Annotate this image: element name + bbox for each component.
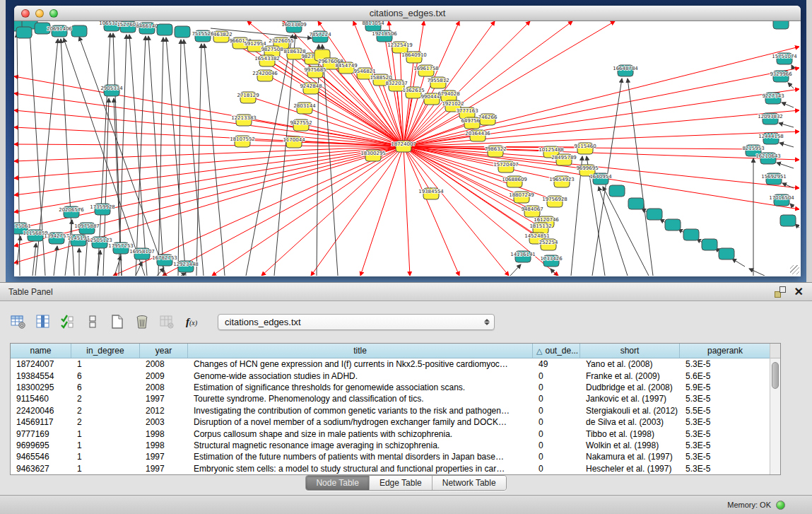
table-cell[interactable]: 0 <box>533 382 580 393</box>
close-window-icon[interactable] <box>21 9 30 18</box>
table-cell[interactable]: Hescheler et al. (1997) <box>580 463 680 474</box>
table-cell[interactable]: 2012 <box>140 405 188 416</box>
graph-node[interactable]: 7515526 <box>192 30 214 42</box>
graph-node[interactable]: 19218506 <box>372 30 397 42</box>
table-cell[interactable]: 2008 <box>140 358 188 370</box>
minimize-window-icon[interactable] <box>35 9 44 18</box>
table-cell[interactable]: 0 <box>533 370 580 381</box>
table-cell[interactable]: Franke et al. (2009) <box>580 370 680 381</box>
table-cell[interactable]: 1 <box>71 358 140 370</box>
graph-node[interactable]: 15692951 <box>761 173 787 185</box>
column-header-short[interactable]: short <box>580 344 680 358</box>
graph-node[interactable] <box>719 248 734 259</box>
table-cell[interactable]: Estimation of significance thresholds fo… <box>188 382 533 393</box>
table-cell[interactable]: 2 <box>71 393 140 404</box>
graph-node[interactable]: 9975685 <box>304 66 326 78</box>
graph-node[interactable]: 18807249 <box>509 192 534 203</box>
table-row[interactable]: 946554611997Estimation of the future num… <box>11 451 771 462</box>
table-cell[interactable]: 5.3E-5 <box>680 463 771 474</box>
table-cell[interactable]: 1 <box>71 428 140 439</box>
table-cell[interactable]: Tourette syndrome. Phenomenology and cla… <box>188 393 533 404</box>
function-builder-button[interactable]: f(x) <box>183 313 200 330</box>
graph-node[interactable] <box>773 21 789 29</box>
graph-node[interactable] <box>609 185 625 197</box>
graph-node[interactable]: 7986322 <box>484 146 506 157</box>
graph-node[interactable]: 28495789 <box>551 154 577 165</box>
table-cell[interactable]: Genome-wide association studies in ADHD. <box>188 370 533 381</box>
graph-node[interactable]: 7857224 <box>309 31 331 42</box>
table-cell[interactable]: Nakamura et al. (1997) <box>580 451 680 462</box>
graph-node[interactable]: 9484067 <box>521 206 543 217</box>
table-row[interactable]: 1456911722003Disruption of a novel membe… <box>11 416 771 428</box>
graph-node[interactable]: 10688609 <box>502 176 527 187</box>
table-cell[interactable]: 1997 <box>140 451 188 462</box>
graph-node[interactable]: 20691406 <box>47 25 72 37</box>
table-cell[interactable]: 5.3E-5 <box>680 393 771 404</box>
table-cell[interactable]: 9463627 <box>11 463 71 474</box>
table-cell[interactable]: Stergiakouli et al. (2012) <box>580 405 680 416</box>
graph-node[interactable]: 252254 <box>539 239 558 250</box>
table-cell[interactable]: 18300295 <box>11 382 71 393</box>
graph-node[interactable]: 19756928 <box>542 196 567 207</box>
delete-column-button[interactable] <box>134 313 151 330</box>
table-cell[interactable]: 5.9E-5 <box>680 382 771 393</box>
table-cell[interactable]: 5.5E-5 <box>680 405 771 416</box>
show-column-button[interactable] <box>35 313 52 330</box>
table-cell[interactable]: Structural magnetic resonance image aver… <box>188 440 533 451</box>
table-cell[interactable]: 1998 <box>140 428 188 439</box>
graph-node[interactable]: 13942757 <box>44 233 69 244</box>
graph-node[interactable]: 9427552 <box>290 119 312 131</box>
table-cell[interactable]: 2009 <box>140 370 188 381</box>
graph-node[interactable]: 18300295 <box>360 150 386 161</box>
graph-node[interactable]: 16210643 <box>755 153 781 164</box>
graph-node[interactable]: 9242848 <box>300 83 322 94</box>
table-cell[interactable]: 2008 <box>140 382 188 393</box>
graph-node[interactable]: 22420046 <box>252 70 278 81</box>
graph-node[interactable]: 9227343 <box>762 93 784 104</box>
table-cell[interactable]: Jankovic et al. (1997) <box>580 393 680 404</box>
graph-node[interactable]: 20364436 <box>465 130 490 141</box>
graph-node[interactable]: 2803144 <box>293 103 316 114</box>
graph-node[interactable] <box>702 239 717 250</box>
column-header-outde[interactable]: △out_de... <box>533 344 580 358</box>
citation-network-graph[interactable]: 7463822966012859129542322605598275088186… <box>14 21 799 276</box>
table-cell[interactable]: 0 <box>533 428 580 439</box>
table-cell[interactable]: Investigating the contribution of common… <box>188 405 533 416</box>
table-cell[interactable]: 49 <box>533 358 580 370</box>
table-cell[interactable]: 22420046 <box>11 405 71 416</box>
graph-node[interactable]: 1733426 <box>540 255 563 267</box>
column-header-year[interactable]: year <box>140 344 188 358</box>
network-canvas[interactable]: 7463822966012859129542322605598275088186… <box>14 21 801 276</box>
table-cell[interactable]: 0 <box>533 440 580 451</box>
table-cell[interactable]: 1 <box>71 463 140 474</box>
graph-node[interactable]: 2718129 <box>237 92 259 103</box>
table-cell[interactable]: Wolkin et al. (1998) <box>580 440 680 451</box>
table-row[interactable]: 1938455462009Genome-wide association stu… <box>11 370 771 381</box>
column-header-title[interactable]: title <box>188 344 533 358</box>
table-row[interactable]: 977716911998Corpus callosum shape and si… <box>11 428 771 439</box>
graph-node[interactable]: 16033809 <box>281 21 307 33</box>
close-panel-button[interactable]: ✕ <box>794 286 804 298</box>
graph-node[interactable]: 16648784 <box>613 65 638 76</box>
table-cell[interactable]: Embryonic stem cells: a model to study s… <box>188 463 533 474</box>
graph-node[interactable]: 1640954 <box>589 173 612 185</box>
graph-node[interactable]: 12444158 <box>758 133 784 144</box>
column-header-pagerank[interactable]: pagerank <box>680 344 771 358</box>
table-cell[interactable]: 6 <box>71 382 140 393</box>
graph-node[interactable] <box>628 198 644 209</box>
table-cell[interactable]: 1998 <box>140 440 188 451</box>
table-row[interactable]: 969969511998Structural magnetic resonanc… <box>11 440 771 451</box>
table-cell[interactable]: 1 <box>71 440 140 451</box>
select-all-button[interactable] <box>59 313 76 330</box>
graph-node[interactable] <box>780 215 796 226</box>
float-panel-button[interactable] <box>775 286 786 298</box>
graph-node[interactable]: 18640910 <box>401 52 427 63</box>
scrollbar-thumb[interactable] <box>772 362 779 389</box>
table-cell[interactable]: 1 <box>71 451 140 462</box>
table-cell[interactable]: Corpus callosum shape and size in male p… <box>188 428 533 439</box>
table-settings-button[interactable] <box>10 313 27 330</box>
graph-node[interactable]: 7955812 <box>427 77 449 88</box>
graph-node[interactable] <box>665 219 681 230</box>
zoom-window-icon[interactable] <box>49 9 58 18</box>
tab-edge-table[interactable]: Edge Table <box>370 476 433 490</box>
